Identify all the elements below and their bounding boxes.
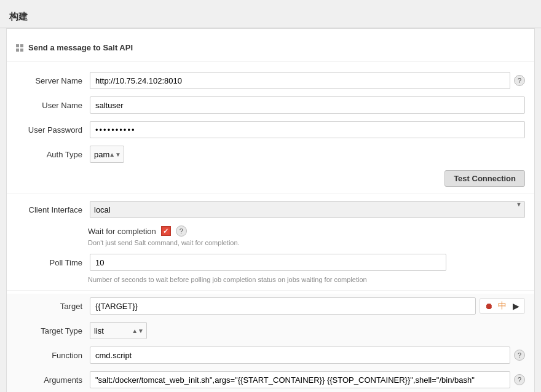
arguments-help-icon[interactable]: ?: [514, 374, 525, 385]
auth-type-label: Auth Type: [16, 150, 90, 159]
server-name-label: Server Name: [16, 76, 90, 85]
client-interface-row: Client Interface local runner ssh ▼: [7, 197, 534, 222]
test-connection-button[interactable]: Test Connection: [444, 170, 525, 187]
user-name-input[interactable]: [90, 96, 525, 114]
poll-time-hint: Number of seconds to wait before polling…: [7, 275, 534, 287]
user-password-label: User Password: [16, 125, 90, 135]
auth-type-select-wrap: pam ldap auto ▲▼: [90, 146, 124, 163]
arguments-row: Arguments ?: [7, 367, 534, 392]
arguments-input[interactable]: [90, 371, 510, 388]
wait-completion-hint: Don't just send Salt command, wait for c…: [7, 238, 534, 250]
step-icon: [16, 44, 23, 52]
target-wrap: ⏺ 中 ▶: [90, 297, 525, 315]
poll-time-label: Poll Time: [16, 258, 90, 267]
function-label: Function: [16, 351, 90, 360]
wait-completion-label: Wait for completion: [88, 227, 156, 236]
record-icon[interactable]: ⏺: [483, 300, 495, 312]
separator-2: [7, 290, 534, 291]
user-name-row: User Name: [7, 93, 534, 117]
server-name-help-icon[interactable]: ?: [514, 75, 525, 86]
client-interface-label: Client Interface: [16, 205, 90, 214]
user-name-wrap: [90, 96, 525, 114]
user-password-wrap: [90, 121, 525, 138]
user-name-label: User Name: [16, 101, 90, 110]
auth-type-select[interactable]: pam ldap auto: [90, 146, 124, 163]
page-title: 构建: [0, 6, 541, 28]
target-label: Target: [16, 302, 90, 311]
server-name-row: Server Name ?: [7, 68, 534, 93]
target-type-row: Target Type list glob grain nodegroup co…: [7, 318, 534, 343]
target-row: Target ⏺ 中 ▶: [7, 294, 534, 318]
test-connection-row: Test Connection: [7, 167, 534, 190]
client-interface-select-wrap: local runner ssh ▼: [90, 201, 525, 218]
target-input[interactable]: [90, 297, 476, 315]
form-panel: Send a message to Salt API Server Name ?…: [6, 28, 535, 392]
page-container: 构建 Send a message to Salt API Server Nam…: [0, 0, 541, 392]
user-password-input[interactable]: [90, 121, 525, 138]
target-type-select[interactable]: list glob grain nodegroup compound: [90, 322, 147, 339]
function-input[interactable]: [90, 347, 510, 364]
wait-completion-checkbox[interactable]: [161, 226, 171, 236]
poll-time-row: Poll Time: [7, 250, 534, 275]
wait-completion-row: Wait for completion ?: [7, 222, 534, 238]
target-type-label: Target Type: [16, 326, 90, 335]
arguments-label: Arguments: [16, 375, 90, 385]
auth-type-row: Auth Type pam ldap auto ▲▼: [7, 142, 534, 167]
wait-completion-help-icon[interactable]: ?: [176, 225, 187, 237]
function-help-icon[interactable]: ?: [514, 350, 525, 361]
target-icons-group: ⏺ 中 ▶: [480, 298, 525, 314]
function-row: Function ?: [7, 343, 534, 367]
step-title: Send a message to Salt API: [28, 43, 133, 52]
server-name-wrap: ?: [90, 72, 525, 89]
server-name-input[interactable]: [90, 72, 510, 89]
target-type-select-wrap: list glob grain nodegroup compound ▲▼: [90, 322, 147, 339]
user-password-row: User Password: [7, 117, 534, 142]
target-type-wrap: list glob grain nodegroup compound ▲▼: [90, 322, 525, 339]
step-header: Send a message to Salt API: [7, 38, 534, 62]
poll-time-wrap: [90, 254, 525, 271]
auth-type-wrap: pam ldap auto ▲▼: [90, 146, 525, 163]
poll-time-input[interactable]: [90, 254, 446, 271]
play-icon[interactable]: ▶: [510, 300, 522, 312]
separator-1: [7, 194, 534, 194]
middle-icon[interactable]: 中: [496, 300, 508, 312]
client-interface-wrap: local runner ssh ▼: [90, 201, 525, 218]
arguments-wrap: ?: [90, 371, 525, 388]
function-wrap: ?: [90, 347, 525, 364]
client-interface-select[interactable]: local runner ssh: [90, 201, 525, 218]
